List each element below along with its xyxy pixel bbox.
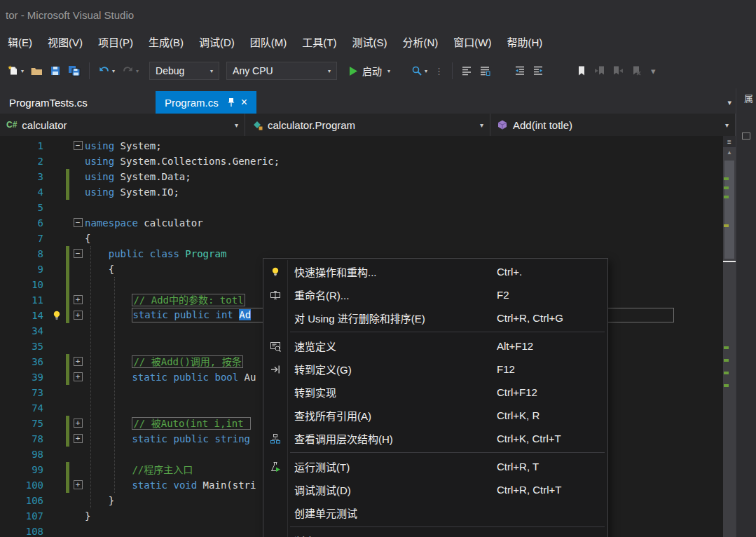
line-number[interactable]: 8 <box>0 246 49 261</box>
context-menu-item-5[interactable]: 转到定义(G)F12 <box>263 358 607 381</box>
close-icon[interactable]: × <box>241 97 247 107</box>
open-file-button[interactable] <box>29 62 45 79</box>
menubar-item-9[interactable]: 窗口(W) <box>446 31 499 53</box>
context-menu-item-11[interactable]: 调试测试(D)Ctrl+R, Ctrl+T <box>263 478 607 501</box>
right-dock-tab[interactable]: 属 <box>741 94 755 103</box>
code-text[interactable]: using System.IO; <box>85 184 723 200</box>
line-number[interactable]: 74 <box>0 400 49 416</box>
code-text[interactable]: using System.Data; <box>85 169 723 184</box>
member-dropdown[interactable]: Add(int totle) ▾ <box>490 114 736 136</box>
line-number[interactable]: 107 <box>0 508 49 524</box>
line-number[interactable]: 98 <box>0 447 49 462</box>
save-button[interactable] <box>48 62 63 79</box>
context-menu-item-10[interactable]: 运行测试(T)Ctrl+R, T <box>263 455 607 478</box>
clear-bookmarks-button[interactable] <box>628 62 644 79</box>
line-number[interactable]: 14 <box>0 308 49 323</box>
collapsed-comment-box[interactable]: // Add中的参数: totl <box>132 294 245 306</box>
line-number[interactable]: 11 <box>0 292 49 308</box>
line-number[interactable]: 10 <box>0 277 49 292</box>
line-number[interactable]: 2 <box>0 154 49 169</box>
tab-list-chevron-icon[interactable]: ▾ <box>727 98 731 107</box>
project-dropdown[interactable]: C# calculator ▾ <box>0 114 245 136</box>
expand-region-icon[interactable]: + <box>74 357 83 366</box>
line-number[interactable]: 78 <box>0 431 49 447</box>
menubar-item-6[interactable]: 工具(T) <box>294 31 344 53</box>
line-number[interactable]: 34 <box>0 323 49 339</box>
menubar-item-0[interactable]: 辑(E) <box>0 31 40 53</box>
next-bookmark-button[interactable] <box>610 62 626 79</box>
line-number[interactable]: 36 <box>0 354 49 369</box>
menubar-item-5[interactable]: 团队(M) <box>242 31 295 53</box>
toolbar-more-icon[interactable]: ▾ <box>651 66 656 76</box>
expand-region-icon[interactable]: + <box>74 311 83 320</box>
quick-info-button[interactable] <box>477 62 493 79</box>
prev-bookmark-button[interactable] <box>592 62 607 79</box>
context-menu-item-4[interactable]: 速览定义Alt+F12 <box>263 334 607 358</box>
line-number[interactable]: 99 <box>0 462 49 477</box>
collapsed-comment-box[interactable]: // 被Auto(int i,int <box>132 417 251 430</box>
context-menu-item-2[interactable]: 对 Using 进行删除和排序(E)Ctrl+R, Ctrl+G <box>263 306 607 329</box>
outline-button[interactable] <box>459 62 474 79</box>
line-number[interactable]: 106 <box>0 493 49 508</box>
line-number[interactable]: 9 <box>0 261 49 277</box>
collapsed-comment-box[interactable]: // 被Add()调用, 按条 <box>132 355 242 368</box>
line-number[interactable]: 100 <box>0 477 49 493</box>
line-number[interactable]: 3 <box>0 169 49 184</box>
configuration-select[interactable]: Debug ▾ <box>149 62 219 80</box>
tab-programtests-cs[interactable]: ProgramTests.cs <box>0 91 156 114</box>
line-number[interactable]: 7 <box>0 231 49 246</box>
context-menu-item-12[interactable]: 创建单元测试 <box>263 501 607 524</box>
menubar-item-7[interactable]: 测试(S) <box>344 31 394 53</box>
toolbar-overflow-icon[interactable]: ⋮ <box>434 66 444 76</box>
start-button[interactable]: 启动 ▾ <box>347 61 392 81</box>
context-menu-item-8[interactable]: 查看调用层次结构(H)Ctrl+K, Ctrl+T <box>263 427 607 450</box>
splitter-handle-icon[interactable]: ≡ <box>723 136 736 148</box>
line-number[interactable]: 39 <box>0 369 49 385</box>
scroll-up-icon[interactable]: ▲ <box>723 148 736 157</box>
save-all-button[interactable] <box>66 62 83 79</box>
pin-icon[interactable] <box>227 97 235 107</box>
type-dropdown[interactable]: calculator.Program ▾ <box>245 114 490 136</box>
context-menu-item-6[interactable]: 转到实现Ctrl+F12 <box>263 381 607 404</box>
line-number[interactable]: 35 <box>0 339 49 354</box>
context-menu-item-7[interactable]: 查找所有引用(A)Ctrl+K, R <box>263 404 607 427</box>
code-text[interactable]: using System.Collections.Generic; <box>85 154 723 169</box>
collapse-region-icon[interactable]: − <box>74 249 83 258</box>
line-number[interactable]: 73 <box>0 385 49 400</box>
redo-button[interactable]: ▾ <box>120 62 141 79</box>
line-number[interactable]: 1 <box>0 138 49 154</box>
collapse-region-icon[interactable]: − <box>74 141 83 150</box>
code-text[interactable]: { <box>85 231 723 246</box>
line-number[interactable]: 108 <box>0 524 49 537</box>
expand-region-icon[interactable]: + <box>74 434 83 443</box>
platform-select[interactable]: Any CPU ▾ <box>226 62 337 80</box>
line-number[interactable]: 75 <box>0 416 49 431</box>
undo-button[interactable]: ▾ <box>96 62 117 79</box>
vertical-scrollbar[interactable]: ≡ ▲ <box>723 136 736 537</box>
context-menu-item-0[interactable]: 快速操作和重构...Ctrl+. <box>263 260 607 283</box>
indent-increase-button[interactable] <box>530 62 546 79</box>
scrollbar-track[interactable] <box>723 157 736 537</box>
find-button[interactable]: ▾ <box>409 62 429 79</box>
line-number[interactable]: 6 <box>0 215 49 231</box>
bookmark-button[interactable] <box>574 62 589 79</box>
line-number[interactable]: 5 <box>0 200 49 215</box>
quick-actions-bulb-icon[interactable] <box>49 308 64 323</box>
code-text[interactable] <box>85 200 723 215</box>
code-text[interactable]: using System; <box>85 138 723 154</box>
expand-region-icon[interactable]: + <box>74 372 83 381</box>
code-text[interactable]: namespace calculator <box>85 215 723 231</box>
line-number[interactable]: 4 <box>0 184 49 200</box>
expand-region-icon[interactable]: + <box>74 295 83 304</box>
menubar-item-3[interactable]: 生成(B) <box>141 31 191 53</box>
menubar-item-1[interactable]: 视图(V) <box>40 31 90 53</box>
menubar-item-10[interactable]: 帮助(H) <box>499 31 550 53</box>
collapse-region-icon[interactable]: − <box>74 218 83 227</box>
context-menu-item-14[interactable]: 断点(B)▸ <box>263 529 607 537</box>
expand-region-icon[interactable]: + <box>74 419 83 428</box>
new-item-button[interactable]: ▾ <box>6 62 26 79</box>
indent-decrease-button[interactable] <box>512 62 528 79</box>
context-menu-item-1[interactable]: 重命名(R)...F2 <box>263 283 607 306</box>
tab-program-cs[interactable]: Program.cs× <box>156 91 256 114</box>
menubar-item-2[interactable]: 项目(P) <box>90 31 141 53</box>
